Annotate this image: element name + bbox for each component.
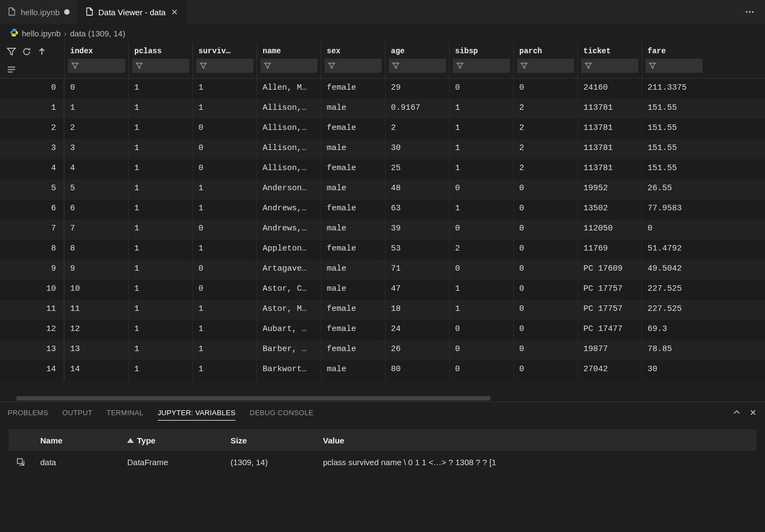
cell[interactable]: 0	[513, 220, 577, 240]
cell[interactable]: 30	[642, 360, 706, 380]
cell[interactable]: 9	[64, 260, 128, 280]
cell[interactable]: 13502	[577, 199, 642, 220]
cell[interactable]: Barber, …	[257, 340, 321, 360]
cell[interactable]: 1	[192, 240, 257, 260]
cell[interactable]: PC 17477	[577, 320, 642, 340]
cell[interactable]: 13	[64, 340, 128, 360]
table-row[interactable]: 131311Barber, …female26001987778.85	[0, 340, 765, 360]
cell[interactable]: 1	[128, 159, 192, 179]
cell[interactable]: 0	[449, 79, 513, 99]
cell[interactable]: 6	[64, 199, 128, 220]
cell[interactable]: 112050	[577, 220, 642, 240]
cell[interactable]: 14	[64, 360, 128, 380]
cell[interactable]: 29	[385, 79, 449, 99]
column-filter[interactable]	[132, 59, 189, 73]
cell[interactable]: 63	[385, 199, 449, 220]
cell[interactable]: 49.5042	[642, 260, 706, 280]
cell[interactable]: 2	[513, 159, 577, 179]
editor-tab-hello[interactable]: hello.ipynb	[0, 0, 78, 24]
column-header[interactable]: sex	[321, 42, 385, 78]
cell[interactable]: 0	[192, 139, 257, 159]
cell[interactable]: 1	[128, 320, 192, 340]
cell[interactable]: 19877	[577, 340, 642, 360]
table-row[interactable]: 4410Allison,…female2512113781151.55	[0, 159, 765, 179]
cell[interactable]: 113781	[577, 99, 642, 119]
cell[interactable]: Astor, M…	[257, 300, 321, 320]
cell[interactable]: 2	[513, 139, 577, 159]
cell[interactable]: Allison,…	[257, 119, 321, 139]
cell[interactable]: Allen, M…	[257, 79, 321, 99]
cell[interactable]: 0	[513, 360, 577, 380]
cell[interactable]: 24	[385, 320, 449, 340]
column-header[interactable]: pclass	[128, 42, 192, 78]
cell[interactable]: 227.525	[642, 280, 706, 300]
cell[interactable]: 1	[449, 280, 513, 300]
cell[interactable]: 1	[192, 340, 257, 360]
cell[interactable]: 151.55	[642, 119, 706, 139]
cell[interactable]: 1	[128, 220, 192, 240]
cell[interactable]: 12	[64, 320, 128, 340]
table-row[interactable]: 8811Appleton…female53201176951.4792	[0, 240, 765, 260]
cell[interactable]: 47	[385, 280, 449, 300]
cell[interactable]: female	[321, 199, 385, 220]
cell[interactable]: 11769	[577, 240, 642, 260]
cell[interactable]: 0	[192, 220, 257, 240]
cell[interactable]: 8	[64, 240, 128, 260]
col-size[interactable]: Size	[223, 436, 315, 445]
cell[interactable]: Allison,…	[257, 99, 321, 119]
cell[interactable]: Artagave…	[257, 260, 321, 280]
column-filter[interactable]	[389, 59, 446, 73]
cell[interactable]: 18	[385, 300, 449, 320]
cell[interactable]: 4	[64, 159, 128, 179]
cell[interactable]: female	[321, 159, 385, 179]
cell[interactable]: 0	[64, 79, 128, 99]
table-row[interactable]: 0011Allen, M…female290024160211.3375	[0, 79, 765, 99]
cell[interactable]: 0	[449, 320, 513, 340]
cell[interactable]: 7	[64, 220, 128, 240]
cell[interactable]: 69.3	[642, 320, 706, 340]
arrow-up-icon[interactable]	[37, 47, 47, 58]
cell[interactable]: 1	[128, 199, 192, 220]
cell[interactable]: 1	[192, 360, 257, 380]
cell[interactable]: 0	[449, 360, 513, 380]
cell[interactable]: 1	[128, 79, 192, 99]
cell[interactable]: 0	[513, 300, 577, 320]
cell[interactable]: female	[321, 79, 385, 99]
column-filter[interactable]	[645, 59, 702, 73]
column-filter[interactable]	[196, 59, 253, 73]
col-type[interactable]: Type	[120, 436, 223, 445]
cell[interactable]: 0	[449, 220, 513, 240]
cell[interactable]: female	[321, 340, 385, 360]
table-row[interactable]: 111111Astor, M…female1810PC 17757227.525	[0, 300, 765, 320]
table-row[interactable]: 121211Aubart, …female2400PC 1747769.3	[0, 320, 765, 340]
cell[interactable]: 80	[385, 360, 449, 380]
cell[interactable]: male	[321, 179, 385, 199]
cell[interactable]: 2	[513, 119, 577, 139]
cell[interactable]: 1	[128, 360, 192, 380]
cell[interactable]: 1	[449, 99, 513, 119]
cell[interactable]: 1	[128, 300, 192, 320]
cell[interactable]: male	[321, 139, 385, 159]
cell[interactable]: male	[321, 360, 385, 380]
cell[interactable]: 10	[64, 280, 128, 300]
breadcrumb[interactable]: hello.ipynb › data (1309, 14)	[0, 24, 765, 42]
cell[interactable]: male	[321, 260, 385, 280]
cell[interactable]: 77.9583	[642, 199, 706, 220]
cell[interactable]: 1	[449, 139, 513, 159]
list-icon[interactable]	[7, 65, 16, 76]
cell[interactable]: 0	[642, 220, 706, 240]
cell[interactable]: 0	[513, 320, 577, 340]
cell[interactable]: 151.55	[642, 99, 706, 119]
close-panel-icon[interactable]	[749, 408, 757, 418]
cell[interactable]: PC 17609	[577, 260, 642, 280]
cell[interactable]: 1	[192, 179, 257, 199]
panel-tab[interactable]: DEBUG CONSOLE	[250, 405, 313, 421]
cell[interactable]: 1	[192, 320, 257, 340]
editor-tab-dataviewer[interactable]: Data Viewer - data	[78, 0, 187, 24]
cell[interactable]: 0	[513, 179, 577, 199]
refresh-icon[interactable]	[22, 47, 32, 58]
cell[interactable]: 1	[128, 340, 192, 360]
cell[interactable]: 0	[513, 240, 577, 260]
cell[interactable]: PC 17757	[577, 300, 642, 320]
cell[interactable]: 53	[385, 240, 449, 260]
